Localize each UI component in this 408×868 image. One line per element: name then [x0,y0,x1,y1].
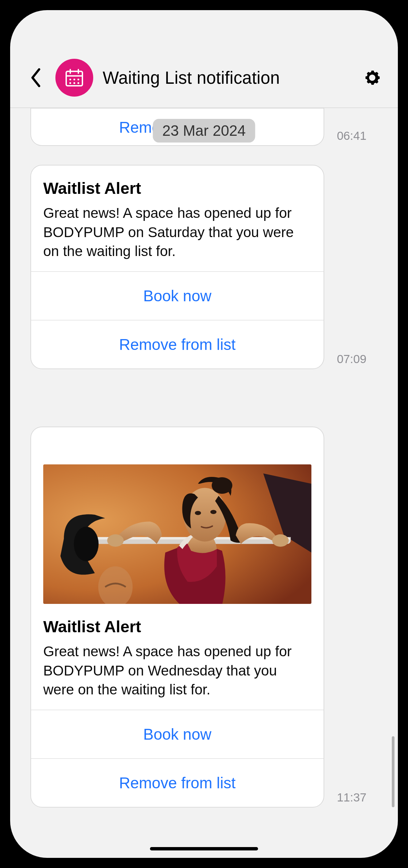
settings-button[interactable] [362,68,382,88]
message-body: Great news! A space has opened up for BO… [43,204,311,261]
message-feed[interactable]: 23 Mar 2024 Remove from list 06:41 Waitl… [10,108,398,858]
app-badge [55,59,93,97]
svg-point-13 [74,527,99,561]
svg-rect-12 [71,537,290,539]
scrollbar[interactable] [392,736,394,807]
svg-point-15 [212,477,232,494]
book-now-button[interactable]: Book now [31,710,324,758]
page-title: Waiting List notification [103,68,353,88]
svg-point-6 [77,79,79,80]
svg-point-4 [69,79,71,80]
svg-point-5 [73,79,75,80]
device-frame: Waiting List notification 23 Mar 2024 Re… [0,0,408,868]
calendar-icon [63,67,85,88]
message-body: Great news! A space has opened up for BO… [43,642,311,699]
svg-point-8 [73,82,75,84]
message-hero-image [43,464,311,604]
svg-point-18 [107,534,124,547]
book-now-button[interactable]: Book now [31,271,324,320]
chevron-left-icon [30,68,42,87]
message-timestamp: 06:41 [337,129,366,143]
date-pill: 23 Mar 2024 [153,119,255,143]
message-timestamp: 07:09 [337,352,366,366]
message-card: Waitlist Alert Great news! A space has o… [30,165,324,369]
remove-from-list-button[interactable]: Remove from list [31,320,324,368]
gear-icon [363,68,382,87]
svg-point-9 [77,82,79,84]
svg-point-16 [195,511,201,515]
svg-point-17 [210,510,216,514]
remove-from-list-button[interactable]: Remove from list [31,758,324,807]
message-title: Waitlist Alert [43,617,311,636]
header-bar: Waiting List notification [10,10,398,108]
message-timestamp: 11:37 [337,791,366,804]
svg-point-7 [69,82,71,84]
message-title: Waitlist Alert [43,179,311,198]
message-card: Waitlist Alert Great news! A space has o… [30,427,324,808]
back-button[interactable] [26,68,46,88]
screen: Waiting List notification 23 Mar 2024 Re… [10,10,398,858]
svg-point-19 [272,534,289,547]
home-indicator[interactable] [150,847,258,850]
